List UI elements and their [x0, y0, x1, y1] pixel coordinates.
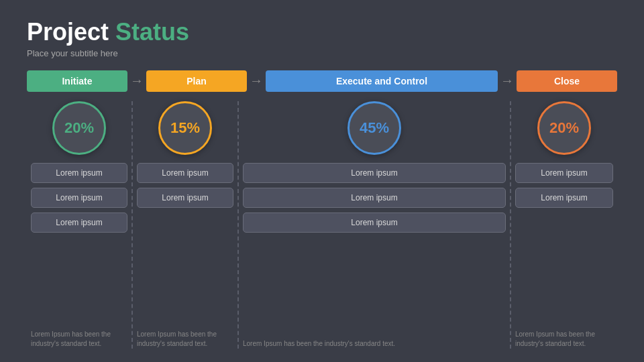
col-initiate: 20% Lorem ipsum Lorem ipsum Lorem ipsum … [27, 101, 133, 349]
phases-row: Initiate → Plan → Execute and Control → … [27, 70, 617, 92]
col-execute: 45% Lorem ipsum Lorem ipsum Lorem ipsum … [239, 101, 511, 349]
col-close: 20% Lorem ipsum Lorem ipsum Lorem Ipsum … [511, 101, 617, 349]
arrow-2: → [247, 73, 266, 88]
phase-header-plan: Plan [146, 70, 247, 92]
header: Project Status Place your subtitle here [27, 19, 617, 58]
item-plan-2: Lorem ipsum [137, 188, 233, 208]
arrow-1: → [127, 73, 146, 88]
columns-area: Initiate → Plan → Execute and Control → … [27, 70, 617, 349]
footer-initiate: Lorem Ipsum has been the industry's stan… [31, 323, 127, 349]
item-close-2: Lorem ipsum [515, 188, 613, 208]
page-title: Project Status [27, 19, 617, 46]
item-initiate-2: Lorem ipsum [31, 188, 127, 208]
arrow-3: → [498, 73, 517, 88]
item-execute-2: Lorem ipsum [243, 188, 506, 208]
item-initiate-3: Lorem ipsum [31, 213, 127, 233]
subtitle: Place your subtitle here [27, 48, 617, 58]
circle-initiate: 20% [52, 101, 106, 155]
item-plan-1: Lorem ipsum [137, 163, 233, 183]
circle-close: 20% [537, 101, 591, 155]
phase-header-close: Close [517, 70, 617, 92]
footer-close: Lorem Ipsum has been the industry's stan… [515, 323, 613, 349]
title-word2: Status [115, 18, 189, 46]
item-execute-3: Lorem ipsum [243, 213, 506, 233]
phase-header-initiate: Initiate [27, 70, 127, 92]
item-close-1: Lorem ipsum [515, 163, 613, 183]
col-plan: 15% Lorem ipsum Lorem ipsum Lorem Ipsum … [133, 101, 239, 349]
item-initiate-1: Lorem ipsum [31, 163, 127, 183]
phase-header-execute: Execute and Control [266, 70, 498, 92]
footer-plan: Lorem Ipsum has been the industry's stan… [137, 323, 233, 349]
item-execute-1: Lorem ipsum [243, 163, 506, 183]
title-word1: Project [27, 18, 115, 46]
circle-execute: 45% [347, 101, 401, 155]
content-row: 20% Lorem ipsum Lorem ipsum Lorem ipsum … [27, 101, 617, 349]
circle-plan: 15% [158, 101, 212, 155]
page: Project Status Place your subtitle here … [0, 0, 644, 362]
footer-execute: Lorem Ipsum has been the industry's stan… [243, 333, 506, 349]
